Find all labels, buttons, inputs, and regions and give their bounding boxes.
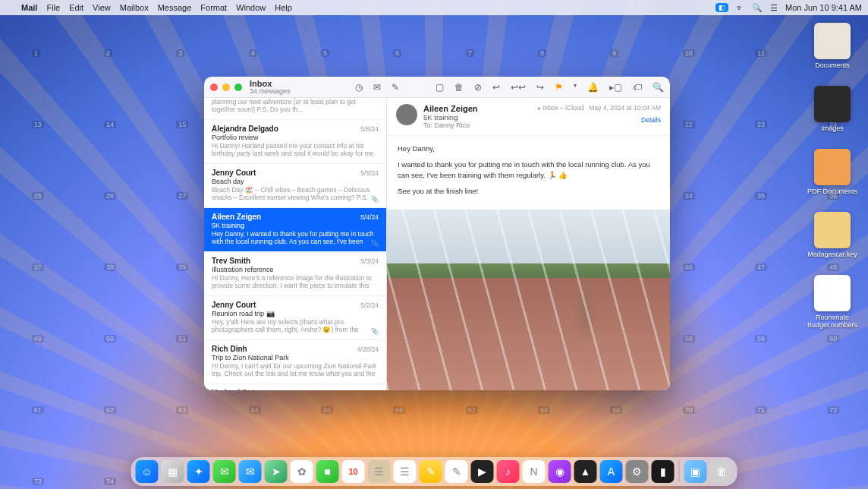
minimize-button[interactable] xyxy=(222,84,230,91)
list-date: 5/2/24 xyxy=(360,301,379,309)
spotlight-icon[interactable]: 🔍 xyxy=(752,3,763,13)
dock-app-launchpad[interactable]: ▦ xyxy=(162,460,184,483)
message-list-item[interactable]: Jenny Court5/2/24Reunion road trip 📷Hey,… xyxy=(204,296,386,340)
details-link[interactable]: Details xyxy=(538,116,661,124)
dock-app-settings[interactable]: ⚙ xyxy=(626,460,649,483)
file-thumb xyxy=(814,86,851,122)
archive-icon[interactable]: ▢ xyxy=(436,82,444,93)
message-list[interactable]: planning our next adventure (or at least… xyxy=(204,98,387,390)
message-list-item[interactable]: planning our next adventure (or at least… xyxy=(204,98,386,120)
menu-view[interactable]: View xyxy=(93,3,111,12)
app-menus: Mail File Edit View Mailbox Message Form… xyxy=(21,3,292,12)
mute-icon[interactable]: 🔔 xyxy=(587,82,599,93)
zoom-button[interactable] xyxy=(234,84,242,91)
menu-edit[interactable]: Edit xyxy=(69,3,83,12)
message-list-item[interactable]: Aileen Zeigen5/4/245K trainingHey Danny,… xyxy=(204,208,386,252)
grid-number: 9 xyxy=(610,49,618,57)
list-date: 5/6/24 xyxy=(360,125,379,133)
flag-icon[interactable]: ⚑ xyxy=(555,82,563,93)
dock-app-messages[interactable]: ✉ xyxy=(213,460,236,483)
dock-app-finder[interactable]: ☺ xyxy=(136,460,159,483)
desktop-icon[interactable]: Roommate Budget.numbers xyxy=(806,275,859,329)
dock-app-contacts[interactable]: ☰ xyxy=(368,460,391,483)
move-icon[interactable]: ▸▢ xyxy=(609,82,622,93)
message-pane: Aileen Zeigen 5K training To: Danny Rico… xyxy=(387,98,670,390)
message-list-item[interactable]: Rich Dinh4/28/24Trip to Zion National Pa… xyxy=(204,340,386,384)
envelope-icon[interactable]: ✉ xyxy=(373,82,381,93)
list-date: 5/3/24 xyxy=(360,257,379,265)
file-label: Madagascar.key xyxy=(807,251,857,258)
menu-message[interactable]: Message xyxy=(158,3,192,12)
menu-file[interactable]: File xyxy=(46,3,60,12)
menu-format[interactable]: Format xyxy=(200,3,227,12)
trash-icon[interactable]: 🗑 xyxy=(454,82,464,93)
dock-app-reminders[interactable]: ☰ xyxy=(394,460,417,483)
dock-app-photos[interactable]: ✿ xyxy=(291,460,313,483)
dock-app-stocks[interactable]: ▲ xyxy=(574,460,597,483)
dock-app-folder[interactable]: ▣ xyxy=(684,460,707,483)
desktop-icon[interactable]: Madagascar.key xyxy=(806,212,859,258)
list-date: 5/4/24 xyxy=(360,213,379,221)
list-preview: planning our next adventure (or at least… xyxy=(212,98,379,113)
grid-number: 27 xyxy=(176,192,188,200)
grid-number: 58 xyxy=(683,335,695,342)
message-attachment-image[interactable] xyxy=(387,210,670,390)
dock-app-podcasts[interactable]: ◉ xyxy=(549,460,571,483)
list-preview: Hi Danny! Harland passed me your contact… xyxy=(212,142,379,157)
dock-app-mail[interactable]: ✉ xyxy=(239,460,262,483)
compose-icon[interactable]: ✎ xyxy=(392,82,399,93)
grid-number: 3 xyxy=(176,49,184,57)
grid-number: 51 xyxy=(176,335,188,342)
message-body: Hey Danny,I wanted to thank you for putt… xyxy=(387,136,670,210)
attachment-icon: 📎 xyxy=(371,196,379,203)
mail-window: Inbox 34 messages ◷ ✉ ✎ ▢ 🗑 ⊘ ↩ ↩↩ ↪ ⚑ ▾… xyxy=(204,77,670,390)
dock-app-music[interactable]: ♪ xyxy=(497,460,520,483)
close-button[interactable] xyxy=(210,84,218,91)
forward-icon[interactable]: ↪ xyxy=(536,82,544,93)
file-label: Roommate Budget.numbers xyxy=(806,314,859,329)
grid-number: 37 xyxy=(32,263,44,271)
dock-app-safari[interactable]: ✦ xyxy=(187,460,210,483)
file-thumb xyxy=(814,23,851,59)
dock-app-facetime[interactable]: ■ xyxy=(316,460,339,483)
clock-icon[interactable]: ◷ xyxy=(355,82,363,93)
menu-mailbox[interactable]: Mailbox xyxy=(120,3,149,12)
grid-number: 10 xyxy=(683,49,695,57)
screencast-icon[interactable]: ◧ xyxy=(715,3,728,12)
dock-app-notes[interactable]: ✎ xyxy=(420,460,442,483)
grid-number: 23 xyxy=(755,121,767,128)
message-list-item[interactable]: Alejandra Delgado5/6/24Portfolio reviewH… xyxy=(204,120,386,164)
dock-app-iphone[interactable]: ▮ xyxy=(652,460,675,483)
control-center-icon[interactable]: ☰ xyxy=(770,3,778,13)
menu-window[interactable]: Window xyxy=(236,3,266,12)
reply-all-icon[interactable]: ↩↩ xyxy=(511,82,526,93)
message-list-item[interactable]: Jenny Court5/5/24Beach dayBeach Day 🏖️ –… xyxy=(204,164,386,208)
message-list-item[interactable]: Trev Smith5/3/24Illustration referenceHi… xyxy=(204,252,386,296)
dock-app-freeform[interactable]: ✎ xyxy=(445,460,468,483)
grid-number: 8 xyxy=(538,49,546,57)
list-subject: 5K training xyxy=(212,222,379,229)
dock-app-maps[interactable]: ➤ xyxy=(265,460,288,483)
junk-icon[interactable]: ⊘ xyxy=(474,82,482,93)
search-icon[interactable]: 🔍 xyxy=(653,82,664,93)
desktop-icon[interactable]: PDF Documents xyxy=(806,149,859,195)
window-controls xyxy=(210,84,242,91)
wifi-icon[interactable]: ᯤ xyxy=(736,3,744,12)
tag-icon[interactable]: 🏷 xyxy=(633,82,642,93)
dock-app-tv[interactable]: ▶ xyxy=(471,460,494,483)
clock[interactable]: Mon Jun 10 9:41 AM xyxy=(785,3,862,12)
menu-help[interactable]: Help xyxy=(275,3,292,12)
flag-menu-icon[interactable]: ▾ xyxy=(574,82,577,93)
dock-app-appstore[interactable]: A xyxy=(600,460,623,483)
dock-app-news[interactable]: N xyxy=(523,460,546,483)
menu-app[interactable]: Mail xyxy=(21,3,37,12)
reply-icon[interactable]: ↩ xyxy=(492,82,500,93)
message-list-item[interactable]: Herland Antezana4/28/24ResumeI've attach… xyxy=(204,384,386,390)
list-from: Jenny Court xyxy=(212,301,256,309)
desktop-icon[interactable]: Images xyxy=(806,86,859,132)
dock-app-calendar[interactable]: 10 xyxy=(342,460,365,483)
file-label: PDF Documents xyxy=(807,188,857,195)
desktop-icon[interactable]: Documents xyxy=(806,23,859,69)
grid-number: 66 xyxy=(393,406,405,414)
dock-app-trash[interactable]: 🗑 xyxy=(710,460,733,483)
